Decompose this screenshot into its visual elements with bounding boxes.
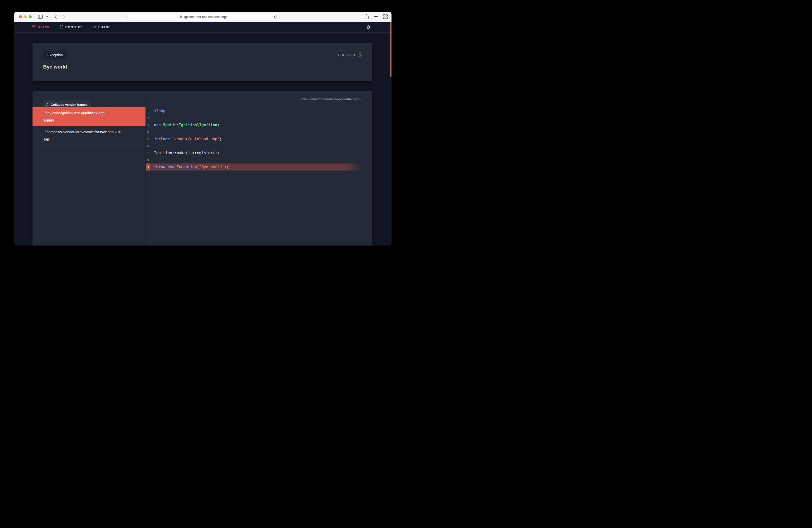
code-line: 8 — [146, 157, 363, 163]
line-number: 6 — [146, 143, 150, 149]
stack-panel: Collapse vendor frames ~/dev/code/igniti… — [32, 91, 146, 246]
path-suffix: .php:9 — [353, 97, 362, 101]
gutter-spacer — [150, 143, 154, 149]
collapse-icon — [46, 103, 48, 107]
laravel-icon — [358, 52, 363, 58]
frame-method: [top] — [43, 137, 141, 142]
tab-share[interactable]: SHARE — [92, 25, 111, 29]
code-text: use Spatie\Ignition\Ignition; — [154, 121, 219, 129]
reload-icon[interactable] — [274, 15, 277, 20]
line-number: 3 — [146, 121, 150, 129]
stack-trace-icon — [32, 25, 36, 29]
line-number: 1 — [146, 107, 150, 115]
php-version: PHP 8.1.0 — [338, 53, 355, 57]
gutter-spacer — [150, 129, 154, 135]
code-line: 5include 'vendor/autoload.php'; — [146, 135, 363, 143]
share-icon[interactable] — [365, 14, 369, 19]
gutter-spacer — [150, 135, 154, 143]
lock-icon — [180, 15, 183, 19]
exception-message: Bye world — [43, 64, 67, 70]
line-number: 2 — [146, 115, 150, 121]
tab-label: STACK — [38, 26, 50, 29]
code-file-path: ~/dev/code/ignition-test-app/index.php:9 — [300, 97, 362, 101]
code-line: 2 — [146, 115, 363, 121]
stack-frames: ~/dev/code/ignition-test-app/index.php:9… — [32, 107, 146, 146]
gutter-spacer — [150, 107, 154, 115]
chevron-down-icon[interactable] — [46, 16, 48, 17]
code-text: Ignition::make()->register(); — [154, 149, 219, 157]
browser-window: ignition-test-app.test/#settings — [14, 12, 392, 246]
tab-label: CONTEXT — [65, 26, 82, 29]
sidebar-icon[interactable] — [38, 15, 43, 19]
new-tab-icon[interactable] — [374, 14, 378, 19]
exception-meta: PHP 8.1.0 — [338, 52, 362, 58]
frame-path: ~/dev/code/ignition-test-app/index.php:9 — [43, 111, 141, 116]
code-line: 3use Spatie\Ignition\Ignition; — [146, 121, 363, 129]
code-text: <?php — [154, 107, 165, 115]
code-text: throw new Exception('Bye world'); — [154, 163, 229, 171]
gutter-spacer — [150, 115, 154, 121]
share-arrow-icon — [92, 25, 96, 29]
frame-method: require — [43, 118, 141, 123]
stack-frame[interactable]: ~/dev/code/ignition-test-app/index.php:9… — [32, 107, 146, 126]
url-text: ignition-test-app.test/#settings — [184, 15, 228, 19]
line-number: 7 — [146, 149, 150, 157]
back-button[interactable] — [54, 15, 57, 19]
frame-path: ~/.composer/vendor/laravel/valet/server.… — [43, 130, 141, 134]
minimize-window-button[interactable] — [24, 15, 27, 18]
browser-toolbar: ignition-test-app.test/#settings — [14, 12, 392, 22]
scrollbar-thumb[interactable] — [390, 22, 392, 77]
tab-label: SHARE — [98, 26, 111, 29]
screen: ignition-test-app.test/#settings — [0, 0, 406, 264]
gutter-spacer — [150, 149, 154, 157]
gutter-spacer — [150, 121, 154, 129]
address-bar[interactable]: ignition-test-app.test/#settings — [128, 14, 280, 20]
collapse-label: Collapse vendor frames — [51, 103, 87, 106]
code-line: 6 — [146, 143, 363, 149]
code-line-highlighted: 9throw new Exception('Bye world'); — [146, 163, 363, 171]
code-line: 4 — [146, 129, 363, 135]
context-brackets-icon — [60, 25, 63, 29]
line-number: 9 — [146, 163, 150, 171]
gutter-spacer — [150, 163, 154, 171]
code-viewer: 1<?php23use Spatie\Ignition\Ignition;45i… — [146, 107, 363, 171]
ignition-navbar: STACK CONTEXT — [14, 22, 392, 33]
code-text: include 'vendor/autoload.php'; — [154, 135, 222, 143]
tab-context[interactable]: CONTEXT — [60, 25, 82, 29]
settings-gear-icon[interactable] — [366, 25, 371, 30]
gutter-spacer — [150, 157, 154, 163]
path-filename: index — [344, 97, 353, 101]
tab-overview-icon[interactable] — [383, 14, 388, 19]
code-line: 1<?php — [146, 107, 363, 115]
close-window-button[interactable] — [19, 15, 22, 18]
exception-type-badge: Exception — [43, 50, 67, 59]
stack-frame[interactable]: ~/.composer/vendor/laravel/valet/server.… — [32, 126, 146, 146]
forward-button[interactable] — [63, 15, 66, 19]
toolbar-divider — [44, 15, 44, 19]
zoom-window-button[interactable] — [29, 15, 32, 18]
line-number: 8 — [146, 157, 150, 163]
line-number: 5 — [146, 135, 150, 143]
code-line: 7Ignition::make()->register(); — [146, 149, 363, 157]
stack-code-card: Collapse vendor frames ~/dev/code/igniti… — [32, 91, 372, 246]
tab-stack[interactable]: STACK — [32, 25, 50, 29]
exception-card: Exception Bye world PHP 8.1.0 — [32, 43, 372, 81]
path-prefix: ~/dev/code/ignition-test-app/ — [300, 97, 344, 101]
line-number: 4 — [146, 129, 150, 135]
